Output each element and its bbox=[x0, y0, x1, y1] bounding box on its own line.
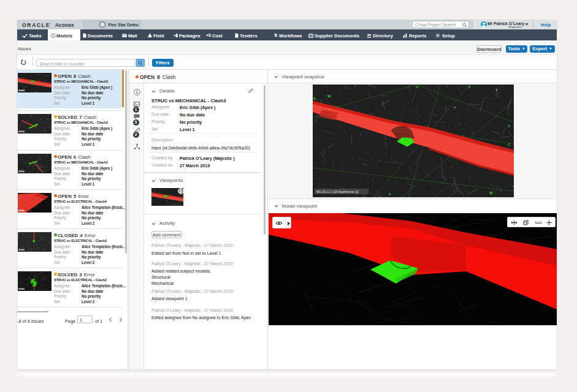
svg-text:V: V bbox=[508, 124, 510, 128]
svg-text:Y: Y bbox=[495, 88, 498, 92]
svg-text:MC-Z1-L1 | L30 Apartments [1]: MC-Z1-L1 | L30 Apartments [1] bbox=[316, 190, 359, 194]
svg-text:T: T bbox=[454, 106, 456, 110]
svg-text:U: U bbox=[416, 85, 418, 89]
svg-text:C: C bbox=[508, 143, 511, 146]
svg-text:W: W bbox=[327, 94, 331, 98]
svg-text:W: W bbox=[489, 191, 493, 195]
svg-text:C: C bbox=[313, 97, 316, 100]
